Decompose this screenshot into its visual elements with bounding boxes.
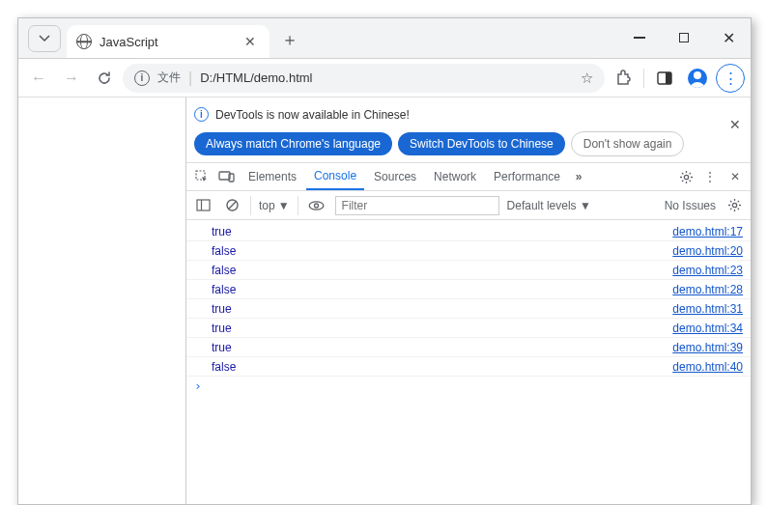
svg-rect-6 — [197, 200, 210, 210]
console-row: falsedemo.html:40 — [186, 357, 751, 377]
console-value: true — [212, 225, 232, 238]
banner-message: DevTools is now available in Chinese! — [215, 108, 410, 122]
globe-icon — [76, 34, 92, 49]
console-source-link[interactable]: demo.html:28 — [672, 283, 743, 296]
toolbar-divider — [298, 196, 298, 215]
svg-rect-1 — [666, 72, 671, 84]
console-source-link[interactable]: demo.html:20 — [672, 244, 743, 258]
console-value: false — [212, 264, 236, 277]
toolbar-divider — [643, 69, 644, 88]
chrome-menu-button[interactable]: ⋮ — [716, 64, 745, 93]
console-value: true — [212, 302, 232, 316]
console-value: false — [212, 283, 236, 296]
console-toolbar: top ▼ Default levels ▼ No Issues — [186, 191, 751, 220]
console-row: falsedemo.html:23 — [186, 261, 751, 280]
tab-network[interactable]: Network — [426, 163, 484, 190]
title-bar: JavaScript ✕ ＋ ✕ — [18, 18, 751, 59]
browser-window: JavaScript ✕ ＋ ✕ ← → i 文件 | D:/HTML/demo… — [17, 17, 752, 505]
console-source-link[interactable]: demo.html:40 — [672, 360, 743, 374]
url-divider: | — [188, 70, 192, 87]
avatar-icon — [688, 69, 707, 88]
console-row: truedemo.html:34 — [186, 319, 751, 338]
match-language-button[interactable]: Always match Chrome's language — [194, 132, 392, 155]
inspect-icon[interactable] — [190, 165, 213, 188]
close-window-button[interactable]: ✕ — [706, 17, 751, 58]
tab-performance[interactable]: Performance — [486, 163, 568, 190]
console-source-link[interactable]: demo.html:39 — [672, 341, 743, 354]
toolbar-divider — [250, 196, 251, 215]
side-panel-button[interactable] — [650, 64, 679, 93]
console-sidebar-toggle[interactable] — [192, 195, 213, 216]
page-viewport — [18, 98, 186, 504]
tab-title: JavaScript — [99, 35, 241, 49]
device-toolbar-icon[interactable] — [215, 165, 239, 188]
live-expression-button[interactable] — [306, 195, 327, 216]
console-value: true — [212, 322, 232, 335]
window-controls: ✕ — [617, 17, 751, 58]
tab-elements[interactable]: Elements — [241, 163, 304, 190]
log-levels-dropdown[interactable]: Default levels ▼ — [507, 199, 591, 212]
svg-point-12 — [732, 203, 736, 207]
url-scheme-label: 文件 — [157, 70, 181, 86]
more-tabs-button[interactable]: » — [570, 170, 588, 183]
console-settings-button[interactable] — [724, 195, 745, 216]
tab-console[interactable]: Console — [306, 163, 364, 190]
console-source-link[interactable]: demo.html:34 — [672, 322, 743, 335]
tab-sources[interactable]: Sources — [366, 163, 424, 190]
maximize-button[interactable] — [662, 17, 706, 58]
console-value: true — [212, 341, 232, 354]
profile-button[interactable] — [683, 64, 712, 93]
site-info-icon[interactable]: i — [134, 70, 150, 86]
context-selector[interactable]: top ▼ — [259, 199, 290, 212]
browser-tab[interactable]: JavaScript ✕ — [67, 25, 270, 58]
close-tab-button[interactable]: ✕ — [241, 32, 260, 51]
devtools-panel: i DevTools is now available in Chinese! … — [186, 98, 751, 504]
clear-console-button[interactable] — [221, 195, 242, 216]
console-row: truedemo.html:17 — [186, 222, 751, 241]
devtools-menu-button[interactable]: ⋮ — [698, 165, 722, 188]
console-value: false — [212, 360, 236, 374]
devtools-tabs: Elements Console Sources Network Perform… — [186, 162, 751, 191]
banner-close-button[interactable]: ✕ — [729, 117, 741, 132]
console-source-link[interactable]: demo.html:17 — [672, 225, 743, 238]
console-source-link[interactable]: demo.html:23 — [672, 264, 743, 277]
new-tab-button[interactable]: ＋ — [275, 25, 304, 54]
svg-point-11 — [315, 204, 319, 208]
minimize-button[interactable] — [617, 17, 662, 58]
extensions-button[interactable] — [609, 64, 638, 93]
devtools-settings-button[interactable] — [675, 166, 696, 187]
filter-input[interactable] — [335, 196, 499, 215]
back-button[interactable]: ← — [24, 64, 53, 93]
console-row: truedemo.html:39 — [186, 338, 751, 357]
svg-line-9 — [228, 202, 236, 210]
info-icon: i — [194, 107, 209, 122]
forward-button[interactable]: → — [57, 64, 86, 93]
tab-search-button[interactable] — [28, 25, 61, 52]
console-row: falsedemo.html:20 — [186, 241, 751, 261]
console-prompt[interactable]: › — [186, 377, 751, 395]
console-source-link[interactable]: demo.html:31 — [672, 302, 743, 316]
language-banner: i DevTools is now available in Chinese! … — [186, 98, 751, 162]
console-output: truedemo.html:17falsedemo.html:20falsede… — [186, 220, 751, 504]
devtools-close-button[interactable]: ✕ — [724, 165, 747, 188]
console-row: falsedemo.html:28 — [186, 280, 751, 299]
url-text: D:/HTML/demo.html — [200, 70, 573, 85]
content-area: i DevTools is now available in Chinese! … — [18, 98, 751, 504]
console-row: truedemo.html:31 — [186, 299, 751, 319]
switch-language-button[interactable]: Switch DevTools to Chinese — [398, 132, 565, 155]
bookmark-star-icon[interactable]: ☆ — [581, 70, 593, 87]
reload-button[interactable] — [90, 64, 119, 93]
svg-point-10 — [309, 201, 324, 209]
address-bar[interactable]: i 文件 | D:/HTML/demo.html ☆ — [123, 64, 605, 93]
dont-show-button[interactable]: Don't show again — [571, 131, 685, 156]
issues-counter[interactable]: No Issues — [665, 199, 716, 212]
console-value: false — [212, 244, 236, 258]
browser-toolbar: ← → i 文件 | D:/HTML/demo.html ☆ ⋮ — [18, 59, 751, 98]
svg-point-5 — [684, 175, 688, 179]
